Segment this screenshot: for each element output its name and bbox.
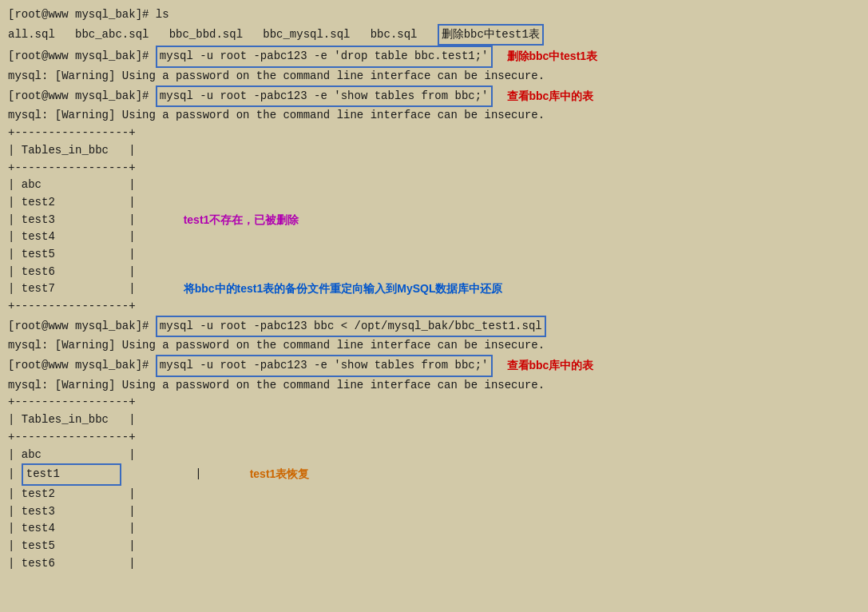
- table1-sep-top: +-----------------+: [8, 125, 860, 142]
- warning-line-3: mysql: [Warning] Using a password on the…: [8, 337, 860, 355]
- table2-row-test1-line: | test1 | test1表恢复: [8, 463, 860, 486]
- table2-row-test6: | test6 |: [8, 555, 860, 573]
- prompt-3: [root@www mysql_bak]#: [8, 48, 156, 66]
- table2-row-test5: | test5 |: [8, 538, 860, 555]
- table1-header: | Tables_in_bbc |: [8, 142, 860, 160]
- annotation-show-tables-2: 查看bbc库中的表: [507, 357, 594, 375]
- warning-line-2: mysql: [Warning] Using a password on the…: [8, 107, 860, 125]
- table1-row-test3-line: | test3 | test1不存在，已被删除: [8, 212, 860, 229]
- terminal: [root@www mysql_bak]# ls all.sql bbc_abc…: [0, 0, 868, 578]
- restore-command: mysql -u root -pabc123 bbc < /opt/mysql_…: [156, 316, 546, 338]
- table2-row-test2: | test2 |: [8, 486, 860, 503]
- table2-row-abc: | abc |: [8, 447, 860, 464]
- table2-row-test3: | test3 |: [8, 503, 860, 521]
- table2-header: | Tables_in_bbc |: [8, 411, 860, 429]
- file-listing-line: all.sql bbc_abc.sql bbc_bbd.sql bbc_mysq…: [8, 24, 860, 46]
- annotation-test1-restored: test1表恢复: [250, 466, 310, 483]
- show-tables-command-2: mysql -u root -pabc123 -e 'show tables f…: [156, 355, 493, 377]
- table1-row-test3: | test3 |: [8, 212, 136, 229]
- table2-sep-top: +-----------------+: [8, 394, 860, 411]
- table2-row-test4: | test4 |: [8, 520, 860, 538]
- annotation-restore-cmd: 将bbc中的test1表的备份文件重定向输入到MySQL数据库中还原: [184, 280, 503, 298]
- prompt-restore: [root@www mysql_bak]#: [8, 318, 156, 336]
- table2-sep-mid: +-----------------+: [8, 429, 860, 447]
- line-ls-command: [root@www mysql_bak]# ls: [8, 6, 860, 24]
- restore-command-line: [root@www mysql_bak]# mysql -u root -pab…: [8, 316, 860, 338]
- table1-row-test5: | test5 |: [8, 246, 860, 264]
- highlighted-test1-row: test1: [22, 463, 121, 486]
- prompt-5: [root@www mysql_bak]#: [8, 88, 156, 105]
- table1-row-abc: | abc |: [8, 177, 860, 194]
- drop-table-command: mysql -u root -pabc123 -e 'drop table bb…: [156, 46, 493, 68]
- show-tables-command-1: mysql -u root -pabc123 -e 'show tables f…: [156, 85, 493, 108]
- annotation-delete-table: 删除bbc中test1表: [507, 48, 598, 66]
- highlighted-file: 删除bbc中test1表: [438, 24, 544, 46]
- show-tables-line-2: [root@www mysql_bak]# mysql -u root -pab…: [8, 355, 860, 377]
- table1-row-test6: | test6 |: [8, 264, 860, 281]
- warning-line-4: mysql: [Warning] Using a password on the…: [8, 377, 860, 395]
- table1-sep-mid: +-----------------+: [8, 160, 860, 177]
- table1-row-test7-line: | test7 | 将bbc中的test1表的备份文件重定向输入到MySQL数据…: [8, 280, 860, 298]
- show-tables-line-1: [root@www mysql_bak]# mysql -u root -pab…: [8, 85, 860, 108]
- file-list-prefix: all.sql bbc_abc.sql bbc_bbd.sql bbc_mysq…: [8, 26, 438, 44]
- table1-sep-bottom: +-----------------+: [8, 298, 860, 316]
- warning-line-1: mysql: [Warning] Using a password on the…: [8, 68, 860, 85]
- prompt-show2: [root@www mysql_bak]#: [8, 357, 156, 375]
- table1-row-test7: | test7 |: [8, 280, 136, 298]
- drop-table-line: [root@www mysql_bak]# mysql -u root -pab…: [8, 46, 860, 68]
- annotation-test1-deleted: test1不存在，已被删除: [184, 212, 299, 229]
- table2-row-test1-suffix: |: [121, 466, 202, 483]
- table1-row-test4: | test4 |: [8, 229, 860, 246]
- table1-row-test2: | test2 |: [8, 194, 860, 212]
- annotation-show-tables-1: 查看bbc库中的表: [507, 88, 594, 105]
- table2-row-test1-prefix: |: [8, 466, 22, 483]
